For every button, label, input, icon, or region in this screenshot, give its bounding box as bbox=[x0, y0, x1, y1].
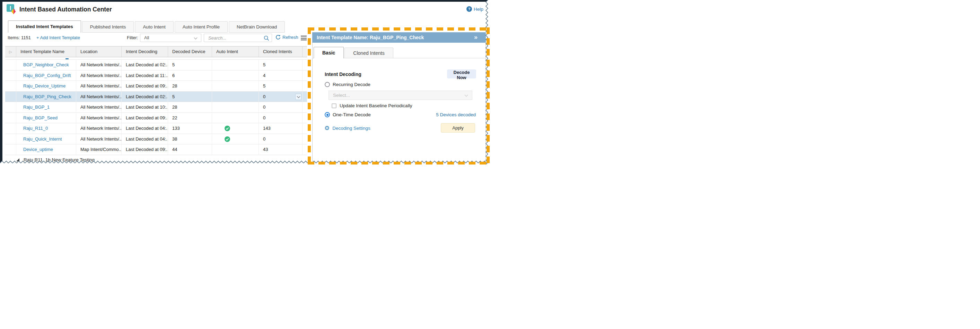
screenshot-frame-top bbox=[0, 0, 490, 2]
tab-auto-intent[interactable]: Auto Intent bbox=[135, 21, 173, 33]
filter-dropdown[interactable]: All bbox=[140, 34, 201, 42]
collapse-panel-icon[interactable]: » bbox=[474, 32, 477, 42]
intent-template-link[interactable]: Device_uptime bbox=[23, 147, 53, 152]
intent-automation-window: I Intent Based Automation Center ? Help … bbox=[0, 0, 490, 164]
page-title: Intent Based Automation Center bbox=[19, 6, 112, 13]
add-intent-template-button[interactable]: + Add Intent Template bbox=[37, 35, 80, 40]
chevron-down-icon bbox=[465, 93, 468, 97]
apply-button[interactable]: Apply bbox=[441, 123, 475, 133]
table-row[interactable]: Raju_BGP_Config_Drift All Network Intent… bbox=[5, 70, 307, 81]
col-cloned-intents[interactable]: Cloned Intents bbox=[259, 46, 302, 57]
main-tab-strip: Installed Intent Templates Published Int… bbox=[8, 21, 285, 33]
decode-now-button[interactable]: Decode Now bbox=[447, 69, 476, 78]
filter-label: Filter: bbox=[127, 35, 138, 40]
select-placeholder: Select... bbox=[333, 93, 350, 98]
intent-template-link[interactable]: Raju_BGP_1 bbox=[23, 104, 49, 110]
intent-decoding-heading: Intent Decoding bbox=[325, 72, 361, 77]
table-row[interactable]: Raju_Device_Uptime All Network Intents/.… bbox=[5, 81, 307, 92]
help-icon: ? bbox=[466, 6, 472, 12]
search-input[interactable] bbox=[208, 34, 263, 41]
panel-body bbox=[312, 43, 486, 162]
update-baseline-label: Update Intent Baseline Periodically bbox=[340, 103, 412, 108]
update-baseline-option[interactable]: Update Intent Baseline Periodically bbox=[332, 103, 412, 108]
help-button[interactable]: ? Help bbox=[466, 6, 484, 12]
screenshot-frame-left bbox=[0, 0, 2, 164]
panel-tab-strip: Basic Cloned Intents bbox=[313, 47, 393, 58]
tab-published-intents[interactable]: Published Intents bbox=[82, 21, 134, 33]
refresh-icon bbox=[275, 35, 281, 40]
intent-template-link[interactable]: Raju_BGP_Seed bbox=[23, 115, 57, 120]
partial-scrolled-row bbox=[5, 57, 307, 60]
recurring-decode-radio[interactable] bbox=[325, 82, 330, 87]
table-row[interactable]: Raju_BGP_1 All Network Intents/... Last … bbox=[5, 102, 307, 113]
col-auto-intent[interactable]: Auto Intent bbox=[212, 46, 259, 57]
gear-icon: ⚙ bbox=[325, 125, 329, 131]
auto-intent-check-icon bbox=[224, 136, 230, 142]
recurring-decode-option[interactable]: Recurring Decode bbox=[325, 82, 371, 87]
one-time-decode-label: One-Time Decode bbox=[332, 112, 371, 117]
help-label: Help bbox=[474, 6, 484, 12]
items-count: Items: 1151 bbox=[8, 35, 31, 40]
tab-auto-intent-profile[interactable]: Auto Intent Profile bbox=[175, 21, 228, 33]
annotation-highlight-border-bottom bbox=[308, 162, 490, 164]
col-decoded-device[interactable]: Decoded Device bbox=[168, 46, 212, 57]
panel-tab-basic[interactable]: Basic bbox=[313, 47, 344, 58]
chevron-down-icon bbox=[297, 95, 300, 98]
annotation-highlight-border-top bbox=[308, 27, 488, 30]
col-location[interactable]: Location bbox=[76, 46, 122, 57]
tab-installed-intent-templates[interactable]: Installed Intent Templates bbox=[8, 21, 81, 33]
intent-template-link[interactable]: Raju_Quick_Internt bbox=[23, 136, 62, 142]
decoding-settings-link[interactable]: ⚙ Decoding Settings bbox=[325, 125, 371, 131]
panel-header: Intent Template Name: Raju_BGP_Ping_Chec… bbox=[312, 32, 486, 43]
refresh-button[interactable]: Refresh bbox=[275, 35, 298, 40]
recurring-schedule-select[interactable]: Select... bbox=[329, 91, 473, 100]
col-intent-template-name[interactable]: Intent Template Name bbox=[16, 46, 76, 57]
table-header-row: ▷ Intent Template Name Location Intent D… bbox=[5, 46, 307, 57]
app-logo-icon: I bbox=[6, 4, 18, 15]
one-time-decode-option[interactable]: One-Time Decode bbox=[325, 112, 371, 117]
recurring-decode-label: Recurring Decode bbox=[332, 82, 371, 87]
menu-icon[interactable] bbox=[301, 36, 307, 42]
annotation-highlight-border-right bbox=[487, 27, 490, 164]
refresh-label: Refresh bbox=[282, 35, 298, 40]
expand-all-icon[interactable]: ▷ bbox=[9, 50, 12, 54]
table-row[interactable]: BGP_Neighbor_Check All Network Intents/.… bbox=[5, 60, 307, 70]
one-time-decode-radio[interactable] bbox=[325, 112, 330, 117]
update-baseline-checkbox[interactable] bbox=[332, 104, 336, 108]
annotation-highlight-border-left bbox=[308, 27, 311, 164]
col-intent-decoding[interactable]: Intent Decoding bbox=[122, 46, 168, 57]
devices-decoded-link[interactable]: 5 Devices decoded bbox=[426, 112, 476, 117]
svg-text:I: I bbox=[10, 5, 11, 11]
table-row[interactable]: Raju_Quick_Internt All Network Intents/.… bbox=[5, 134, 307, 145]
intent-template-link[interactable]: Raju_BGP_Config_Drift bbox=[23, 73, 71, 78]
filter-value: All bbox=[144, 35, 149, 40]
table-row[interactable]: Raju_R11_0 All Network Intents/... Last … bbox=[5, 123, 307, 134]
intent-template-link[interactable]: Raju_BGP_Ping_Check bbox=[23, 94, 72, 99]
auto-intent-check-icon bbox=[224, 126, 230, 131]
table-row-selected[interactable]: Raju_BGP_Ping_Check All Network Intents/… bbox=[5, 92, 307, 102]
intent-template-link[interactable]: BGP_Neighbor_Check bbox=[23, 62, 69, 67]
search-box bbox=[204, 34, 272, 42]
chevron-down-icon bbox=[194, 36, 197, 40]
decoding-settings-label: Decoding Settings bbox=[332, 126, 371, 131]
table-row[interactable]: Device_uptime Map Intent/Commo... Last D… bbox=[5, 144, 307, 155]
row-actions-dropdown-button[interactable] bbox=[295, 94, 301, 100]
intent-template-link[interactable]: Raju_R11_0 bbox=[23, 126, 48, 131]
intent-template-link[interactable]: Raju_Device_Uptime bbox=[23, 83, 65, 88]
panel-title: Intent Template Name: Raju_BGP_Ping_Chec… bbox=[317, 32, 424, 43]
panel-tab-cloned-intents[interactable]: Cloned Intents bbox=[344, 48, 393, 58]
table-row[interactable]: Raju_BGP_Seed All Network Intents/... La… bbox=[5, 113, 307, 123]
tab-netbrain-download[interactable]: NetBrain Download bbox=[229, 21, 285, 33]
search-icon[interactable] bbox=[263, 35, 270, 41]
intent-template-table: ▷ Intent Template Name Location Intent D… bbox=[5, 46, 307, 164]
